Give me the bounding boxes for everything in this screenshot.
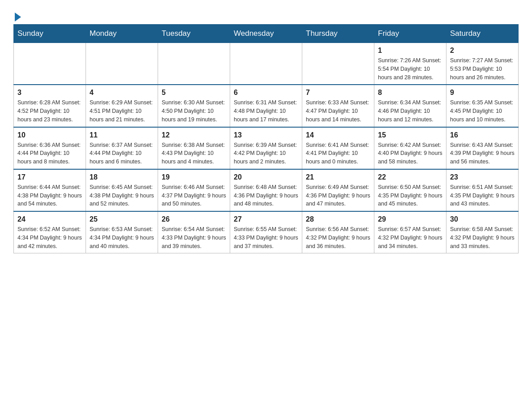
- day-number: 24: [17, 215, 82, 223]
- calendar-cell: [302, 43, 374, 85]
- calendar-cell: 26Sunrise: 6:54 AM Sunset: 4:33 PM Dayli…: [158, 211, 230, 253]
- calendar-cell: [158, 43, 230, 85]
- calendar-cell: 25Sunrise: 6:53 AM Sunset: 4:34 PM Dayli…: [86, 211, 158, 253]
- calendar-cell: [14, 43, 86, 85]
- day-info: Sunrise: 6:58 AM Sunset: 4:32 PM Dayligh…: [450, 225, 515, 250]
- day-number: 8: [378, 89, 442, 97]
- calendar-table: SundayMondayTuesdayWednesdayThursdayFrid…: [13, 24, 519, 253]
- day-number: 2: [450, 47, 515, 55]
- day-info: Sunrise: 6:29 AM Sunset: 4:51 PM Dayligh…: [90, 98, 154, 124]
- column-header-friday: Friday: [374, 25, 446, 43]
- day-number: 7: [306, 89, 370, 97]
- calendar-cell: 9Sunrise: 6:35 AM Sunset: 4:45 PM Daylig…: [446, 85, 519, 127]
- calendar-cell: 18Sunrise: 6:45 AM Sunset: 4:38 PM Dayli…: [86, 169, 158, 211]
- day-info: Sunrise: 6:34 AM Sunset: 4:46 PM Dayligh…: [378, 98, 442, 124]
- calendar-cell: 13Sunrise: 6:39 AM Sunset: 4:42 PM Dayli…: [230, 127, 302, 169]
- day-info: Sunrise: 6:57 AM Sunset: 4:32 PM Dayligh…: [378, 225, 442, 250]
- day-info: Sunrise: 6:33 AM Sunset: 4:47 PM Dayligh…: [306, 98, 370, 124]
- calendar-cell: 16Sunrise: 6:43 AM Sunset: 4:39 PM Dayli…: [446, 127, 519, 169]
- calendar-cell: 14Sunrise: 6:41 AM Sunset: 4:41 PM Dayli…: [302, 127, 374, 169]
- day-info: Sunrise: 6:42 AM Sunset: 4:40 PM Dayligh…: [378, 141, 442, 166]
- calendar-cell: 8Sunrise: 6:34 AM Sunset: 4:46 PM Daylig…: [374, 85, 446, 127]
- day-info: Sunrise: 6:46 AM Sunset: 4:37 PM Dayligh…: [162, 183, 226, 208]
- day-info: Sunrise: 6:41 AM Sunset: 4:41 PM Dayligh…: [306, 141, 370, 166]
- calendar-cell: 1Sunrise: 7:26 AM Sunset: 5:54 PM Daylig…: [374, 43, 446, 85]
- day-number: 4: [90, 89, 154, 97]
- day-number: 10: [17, 131, 82, 139]
- day-number: 5: [162, 89, 226, 97]
- day-number: 28: [306, 215, 370, 223]
- calendar-cell: 30Sunrise: 6:58 AM Sunset: 4:32 PM Dayli…: [446, 211, 519, 253]
- day-number: 25: [90, 215, 154, 223]
- calendar-cell: 6Sunrise: 6:31 AM Sunset: 4:48 PM Daylig…: [230, 85, 302, 127]
- day-number: 1: [378, 47, 442, 55]
- day-number: 19: [162, 173, 226, 181]
- calendar-week-row: 24Sunrise: 6:52 AM Sunset: 4:34 PM Dayli…: [14, 211, 519, 253]
- calendar-cell: 17Sunrise: 6:44 AM Sunset: 4:38 PM Dayli…: [14, 169, 86, 211]
- day-number: 18: [90, 173, 154, 181]
- calendar-cell: [230, 43, 302, 85]
- day-info: Sunrise: 6:48 AM Sunset: 4:36 PM Dayligh…: [234, 183, 298, 208]
- day-number: 27: [234, 215, 298, 223]
- day-info: Sunrise: 6:38 AM Sunset: 4:43 PM Dayligh…: [162, 141, 226, 166]
- calendar-header-row: SundayMondayTuesdayWednesdayThursdayFrid…: [14, 25, 519, 43]
- calendar-week-row: 3Sunrise: 6:28 AM Sunset: 4:52 PM Daylig…: [14, 85, 519, 127]
- column-header-saturday: Saturday: [446, 25, 519, 43]
- day-info: Sunrise: 6:45 AM Sunset: 4:38 PM Dayligh…: [90, 183, 154, 208]
- calendar-cell: 3Sunrise: 6:28 AM Sunset: 4:52 PM Daylig…: [14, 85, 86, 127]
- calendar-cell: 15Sunrise: 6:42 AM Sunset: 4:40 PM Dayli…: [374, 127, 446, 169]
- calendar-week-row: 17Sunrise: 6:44 AM Sunset: 4:38 PM Dayli…: [14, 169, 519, 211]
- day-number: 17: [17, 173, 82, 181]
- logo: [13, 9, 21, 20]
- day-info: Sunrise: 7:27 AM Sunset: 5:53 PM Dayligh…: [450, 56, 515, 81]
- column-header-sunday: Sunday: [14, 25, 86, 43]
- day-number: 29: [378, 215, 442, 223]
- calendar-cell: 29Sunrise: 6:57 AM Sunset: 4:32 PM Dayli…: [374, 211, 446, 253]
- day-info: Sunrise: 6:36 AM Sunset: 4:44 PM Dayligh…: [17, 141, 82, 166]
- day-number: 23: [450, 173, 515, 181]
- calendar-cell: 19Sunrise: 6:46 AM Sunset: 4:37 PM Dayli…: [158, 169, 230, 211]
- column-header-tuesday: Tuesday: [158, 25, 230, 43]
- day-number: 15: [378, 131, 442, 139]
- day-info: Sunrise: 6:43 AM Sunset: 4:39 PM Dayligh…: [450, 141, 515, 166]
- calendar-cell: 27Sunrise: 6:55 AM Sunset: 4:33 PM Dayli…: [230, 211, 302, 253]
- calendar-cell: 22Sunrise: 6:50 AM Sunset: 4:35 PM Dayli…: [374, 169, 446, 211]
- calendar-cell: 7Sunrise: 6:33 AM Sunset: 4:47 PM Daylig…: [302, 85, 374, 127]
- day-number: 14: [306, 131, 370, 139]
- day-info: Sunrise: 6:56 AM Sunset: 4:32 PM Dayligh…: [306, 225, 370, 250]
- day-info: Sunrise: 6:30 AM Sunset: 4:50 PM Dayligh…: [162, 98, 226, 124]
- day-number: 6: [234, 89, 298, 97]
- day-info: Sunrise: 6:31 AM Sunset: 4:48 PM Dayligh…: [234, 98, 298, 124]
- day-info: Sunrise: 6:52 AM Sunset: 4:34 PM Dayligh…: [17, 225, 82, 250]
- calendar-cell: 4Sunrise: 6:29 AM Sunset: 4:51 PM Daylig…: [86, 85, 158, 127]
- calendar-cell: 11Sunrise: 6:37 AM Sunset: 4:44 PM Dayli…: [86, 127, 158, 169]
- day-number: 11: [90, 131, 154, 139]
- column-header-thursday: Thursday: [302, 25, 374, 43]
- calendar-cell: 2Sunrise: 7:27 AM Sunset: 5:53 PM Daylig…: [446, 43, 519, 85]
- calendar-cell: 10Sunrise: 6:36 AM Sunset: 4:44 PM Dayli…: [14, 127, 86, 169]
- day-number: 30: [450, 215, 515, 223]
- day-number: 22: [378, 173, 442, 181]
- day-number: 9: [450, 89, 515, 97]
- day-info: Sunrise: 6:51 AM Sunset: 4:35 PM Dayligh…: [450, 183, 515, 208]
- page-header: [13, 9, 519, 20]
- calendar-cell: [86, 43, 158, 85]
- logo-triangle-icon: [15, 13, 21, 21]
- calendar-cell: 12Sunrise: 6:38 AM Sunset: 4:43 PM Dayli…: [158, 127, 230, 169]
- column-header-monday: Monday: [86, 25, 158, 43]
- calendar-cell: 21Sunrise: 6:49 AM Sunset: 4:36 PM Dayli…: [302, 169, 374, 211]
- day-number: 26: [162, 215, 226, 223]
- calendar-cell: 24Sunrise: 6:52 AM Sunset: 4:34 PM Dayli…: [14, 211, 86, 253]
- day-info: Sunrise: 7:26 AM Sunset: 5:54 PM Dayligh…: [378, 56, 442, 81]
- day-info: Sunrise: 6:44 AM Sunset: 4:38 PM Dayligh…: [17, 183, 82, 208]
- calendar-cell: 28Sunrise: 6:56 AM Sunset: 4:32 PM Dayli…: [302, 211, 374, 253]
- day-number: 3: [17, 89, 82, 97]
- calendar-cell: 5Sunrise: 6:30 AM Sunset: 4:50 PM Daylig…: [158, 85, 230, 127]
- day-info: Sunrise: 6:54 AM Sunset: 4:33 PM Dayligh…: [162, 225, 226, 250]
- calendar-cell: 20Sunrise: 6:48 AM Sunset: 4:36 PM Dayli…: [230, 169, 302, 211]
- calendar-week-row: 10Sunrise: 6:36 AM Sunset: 4:44 PM Dayli…: [14, 127, 519, 169]
- day-number: 20: [234, 173, 298, 181]
- day-info: Sunrise: 6:37 AM Sunset: 4:44 PM Dayligh…: [90, 141, 154, 166]
- day-info: Sunrise: 6:28 AM Sunset: 4:52 PM Dayligh…: [17, 98, 82, 124]
- day-info: Sunrise: 6:55 AM Sunset: 4:33 PM Dayligh…: [234, 225, 298, 250]
